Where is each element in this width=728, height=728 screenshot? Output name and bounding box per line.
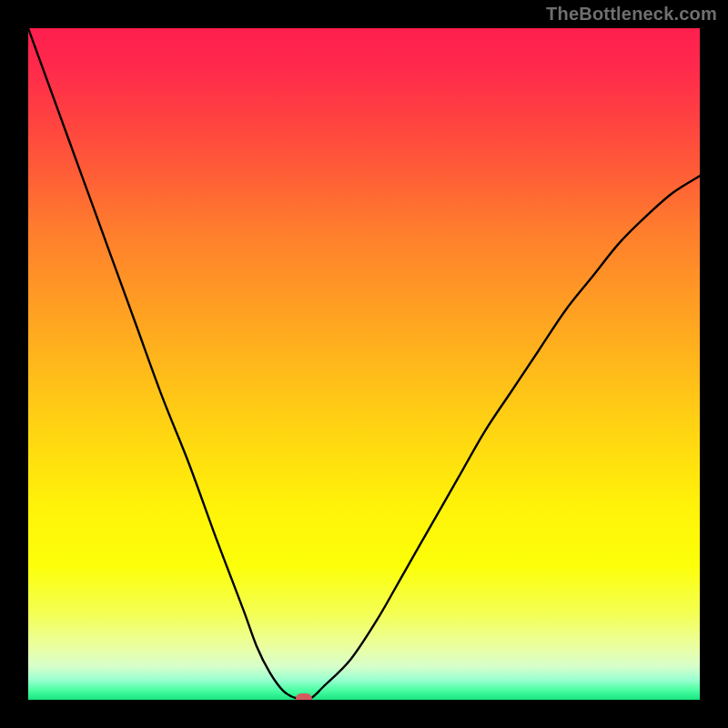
optimum-marker	[296, 693, 312, 700]
bottleneck-curve	[28, 28, 700, 700]
watermark-text: TheBottleneck.com	[546, 4, 717, 25]
plot-area	[28, 28, 700, 700]
chart-frame: TheBottleneck.com	[0, 0, 728, 728]
